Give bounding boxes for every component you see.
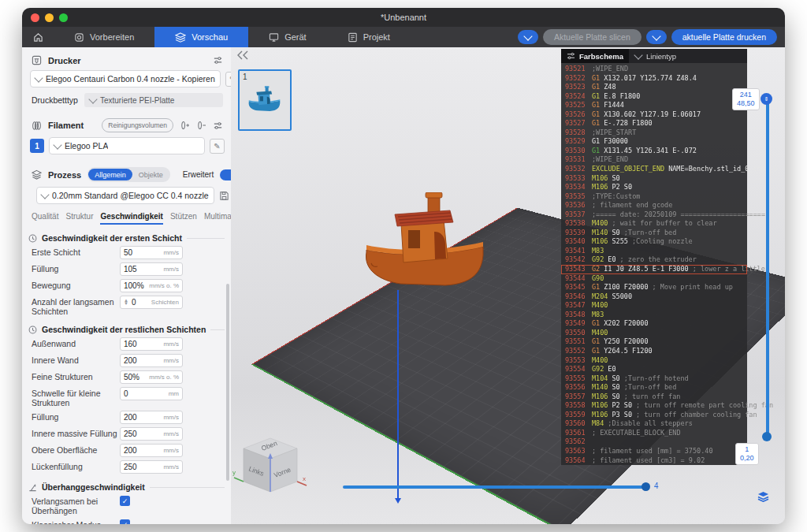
gcode-line[interactable]: 93545G1Z100 F20000; Move print head up: [561, 283, 747, 292]
slice-plate-button[interactable]: Aktuelle Platte slicen: [543, 29, 642, 45]
gcode-line[interactable]: 93552G1Y264.5 F1200: [561, 347, 747, 356]
gcode-line[interactable]: 93550M400: [561, 329, 747, 338]
filament-preset-select[interactable]: Elegoo PLA: [49, 137, 205, 154]
print-options-button[interactable]: [646, 30, 667, 44]
process-tab-multimaterial[interactable]: Multimaterial: [204, 212, 232, 225]
nav-cube[interactable]: Oben Links Vorne y x: [232, 432, 308, 504]
mode-objects[interactable]: Objekte: [132, 171, 169, 179]
tab-vorschau[interactable]: Vorschau: [154, 27, 248, 47]
gcode-line[interactable]: 93533M106S0: [561, 174, 747, 184]
checkbox[interactable]: ✓: [120, 519, 130, 524]
layer-slider-track[interactable]: [766, 99, 769, 437]
remove-filament-icon[interactable]: [196, 121, 206, 130]
gcode-line[interactable]: 93530G1X131.45 Y126.341 E-.072: [561, 147, 747, 156]
gcode-line[interactable]: 93531;WIPE_END: [561, 155, 747, 165]
printer-settings-icon[interactable]: [213, 55, 223, 65]
setting-input[interactable]: 50mm/s: [120, 246, 183, 259]
advanced-toggle[interactable]: [220, 169, 232, 180]
gcode-line[interactable]: 93521;WIPE_END: [561, 65, 747, 74]
setting-input[interactable]: 105mm/s: [120, 262, 183, 276]
gcode-line[interactable]: 93563; filament used [mm] = 3750.40: [561, 447, 747, 456]
home-button[interactable]: [22, 27, 54, 47]
process-tab-qualität[interactable]: Qualität: [32, 212, 58, 225]
collapse-sidebar-button[interactable]: [236, 50, 249, 64]
gcode-line[interactable]: 93547M400: [561, 301, 747, 311]
gcode-line[interactable]: 93561; EXECUTABLE_BLOCK_END: [561, 429, 747, 438]
gcode-line[interactable]: 93562: [561, 437, 747, 447]
filament-slot-badge[interactable]: 1: [30, 139, 44, 153]
setting-input[interactable]: 0mm: [120, 387, 183, 400]
gcode-line[interactable]: 93559M106P3 S0; turn off chamber cooling…: [561, 411, 747, 420]
gcode-line[interactable]: 93527G1E-.728 F1800: [561, 119, 747, 128]
gcode-line[interactable]: 93541M83: [561, 247, 747, 256]
gcode-line[interactable]: 93538M400; wait for buffer to clear: [561, 219, 747, 229]
gcode-line[interactable]: 93523G1Z48: [561, 83, 747, 92]
process-mode-switch[interactable]: Allgemein Objekte: [87, 167, 170, 182]
checkbox[interactable]: ✓: [120, 496, 130, 506]
print-plate-button[interactable]: aktuelle Platte drucken: [671, 29, 777, 45]
gcode-line[interactable]: 93529G1F30000: [561, 137, 747, 147]
gcode-line[interactable]: 93549G1X202 F20000: [561, 319, 747, 329]
process-preset-select[interactable]: 0.20mm Standard @Elegoo CC 0.4 nozzle: [36, 187, 214, 204]
gcode-line[interactable]: 93542G92E0; zero the extruder: [561, 255, 747, 265]
sidebar-scrollbar[interactable]: [226, 284, 229, 481]
flush-volumes-button[interactable]: Reinigungsvolumen: [102, 118, 173, 132]
benchy-model[interactable]: [355, 192, 491, 296]
move-slider-track[interactable]: [343, 485, 649, 489]
setting-input[interactable]: 250mm/s: [120, 460, 183, 474]
tab-gerät[interactable]: Gerät: [248, 27, 327, 47]
setting-input[interactable]: ▲▼0Schichten: [120, 296, 183, 309]
gcode-line[interactable]: 93557M106S0; turn off fan: [561, 392, 747, 402]
layer-slider-top-handle[interactable]: ⇕: [761, 93, 772, 105]
gcode-line[interactable]: 93532EXCLUDE_OBJECT_ENDNAME=Benchy.stl_i…: [561, 165, 747, 174]
gcode-line[interactable]: 93524G1E.8 F1800: [561, 92, 747, 102]
mode-global[interactable]: Allgemein: [88, 169, 132, 180]
gcode-line[interactable]: 93539M140S0;Turn-off bed: [561, 229, 747, 238]
tab-vorbereiten[interactable]: Vorbereiten: [54, 27, 154, 47]
gcode-line[interactable]: 93553M400: [561, 356, 747, 366]
add-filament-icon[interactable]: [180, 121, 190, 130]
save-preset-icon[interactable]: [219, 191, 229, 201]
spinner-arrows-icon[interactable]: ▲▼: [124, 299, 128, 305]
setting-input[interactable]: 50%mm/s o. %: [120, 370, 183, 384]
gcode-line[interactable]: 93551G1Y250 F20000: [561, 337, 747, 347]
gcode-line[interactable]: 93525G1F1444: [561, 101, 747, 110]
gcode-line[interactable]: 93548M83: [561, 311, 747, 320]
gcode-line[interactable]: 93522G1X132.017 Y125.774 Z48.4: [561, 74, 747, 84]
setting-input[interactable]: 160mm/s: [120, 337, 183, 351]
slice-options-button[interactable]: [518, 30, 538, 44]
layers-view-icon[interactable]: [757, 491, 769, 505]
setting-input[interactable]: 200mm/s: [120, 411, 183, 424]
gcode-line[interactable]: 93546M204S5000: [561, 292, 747, 302]
gcode-line[interactable]: 93535;TYPE:Custom: [561, 192, 747, 202]
gcode-line[interactable]: 93560M84;Disable all steppers: [561, 419, 747, 429]
process-tab-stützen[interactable]: Stützen: [170, 212, 197, 225]
gcode-line[interactable]: 93555M104S0;Turn-off hotend: [561, 374, 747, 384]
layer-slider-bottom-handle[interactable]: [762, 432, 772, 441]
gcode-line[interactable]: 93528;WIPE_START: [561, 128, 747, 138]
plate-thumbnail[interactable]: 1: [238, 69, 292, 131]
printer-preset-select[interactable]: Elegoo Centauri Carbon 0.4 nozzle - Kopi…: [30, 70, 221, 87]
tab-projekt[interactable]: Projekt: [327, 27, 411, 47]
setting-input[interactable]: 200mm/s: [120, 444, 183, 457]
setting-input[interactable]: 200mm/s: [120, 354, 183, 367]
gcode-line[interactable]: 93556M140S0;Turn-off bed: [561, 383, 747, 392]
move-slider-handle[interactable]: [642, 482, 650, 491]
filament-settings-icon[interactable]: [213, 121, 223, 131]
gcode-line[interactable]: 93544G90: [561, 274, 747, 284]
bed-type-select[interactable]: Texturierte PEI-Platte: [84, 93, 223, 107]
gcode-line[interactable]: 93534M106P2 S0: [561, 183, 747, 192]
gcode-line[interactable]: 93526G1X130.602 Y127.19 E.06017: [561, 110, 747, 120]
edit-filament-button[interactable]: ✎: [210, 139, 225, 154]
gcode-line[interactable]: 93540M106S255;Cooling nozzle: [561, 237, 747, 247]
gcode-line[interactable]: 93536; filament end gcode: [561, 201, 747, 210]
viewport-3d[interactable]: 1 Farbschema Linientyp: [231, 47, 785, 524]
gcode-line[interactable]: 93537;===== date: 20250109 =============…: [561, 210, 747, 220]
gcode-line[interactable]: 93564; filament used [cm3] = 9.02: [561, 456, 747, 466]
setting-input[interactable]: 250mm/s: [120, 427, 183, 441]
setting-input[interactable]: 100%mm/s o. %: [120, 279, 183, 292]
process-tab-struktur[interactable]: Struktur: [65, 212, 93, 225]
process-tab-geschwindigkeit[interactable]: Geschwindigkeit: [100, 212, 162, 225]
gcode-line[interactable]: 93558M106P2 S0; turn off remote part coo…: [561, 401, 747, 411]
gcode-line[interactable]: 93554G92E0: [561, 365, 747, 374]
